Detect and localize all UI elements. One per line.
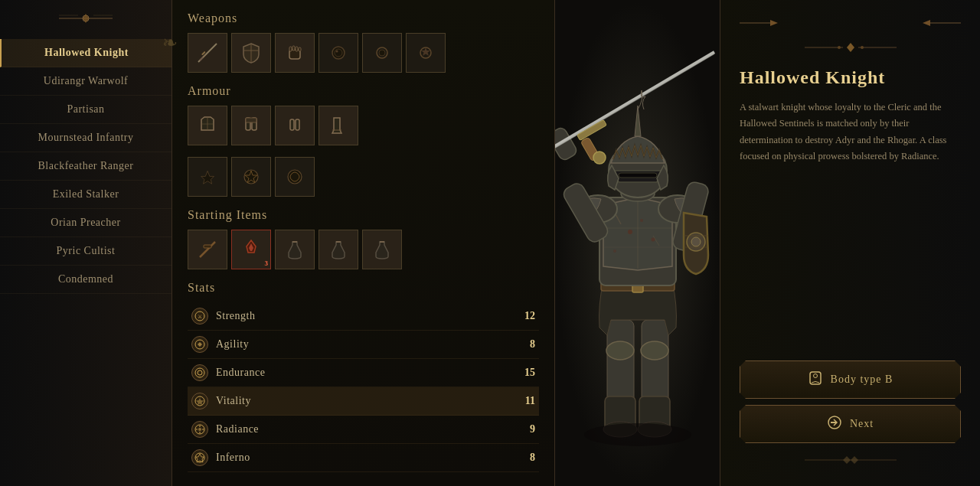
sidebar-top-ornament — [55, 8, 116, 33]
strength-icon: ⚔ — [191, 308, 208, 325]
svg-rect-13 — [292, 46, 295, 51]
armour-slot-boots[interactable] — [318, 106, 358, 145]
agility-label: Agility — [216, 338, 516, 351]
stats-title: Stats — [188, 281, 539, 295]
stat-row-radiance[interactable]: Radiance 9 — [188, 416, 539, 444]
weapon-slot-3[interactable] — [275, 33, 315, 73]
svg-point-88 — [628, 230, 632, 234]
sidebar-item-partisan[interactable]: Partisan — [0, 96, 172, 124]
next-icon — [827, 415, 842, 433]
weapon-slot-6[interactable] — [406, 33, 446, 73]
weapon-slot-2[interactable] — [231, 33, 271, 73]
strength-label: Strength — [216, 310, 516, 322]
armour-slot-amulet1[interactable] — [188, 157, 227, 197]
svg-rect-26 — [246, 118, 256, 122]
radiance-label: Radiance — [216, 423, 516, 435]
weapons-grid — [188, 33, 539, 73]
weapon-slot-5[interactable] — [362, 33, 402, 73]
weapon-slot-1[interactable] — [188, 33, 227, 73]
starting-item-flask1[interactable] — [275, 230, 315, 269]
armour-slot-amulet3[interactable] — [275, 157, 315, 197]
svg-point-79 — [593, 152, 606, 164]
class-select-sidebar: Hallowed Knight Udirangr Warwolf Partisa… — [0, 0, 172, 486]
svg-rect-87 — [619, 173, 657, 178]
sidebar-item-condemned[interactable]: Condemned — [0, 266, 172, 294]
character-silhouette — [555, 21, 720, 465]
svg-point-100 — [838, 46, 841, 49]
svg-point-103 — [813, 374, 817, 378]
ember-count: 3 — [265, 259, 269, 267]
radiance-value: 9 — [516, 423, 535, 435]
svg-point-44 — [198, 370, 202, 375]
svg-line-32 — [200, 242, 215, 257]
svg-point-43 — [195, 368, 204, 377]
next-button[interactable]: Next — [740, 405, 961, 443]
sidebar-item-pyric-cultist[interactable]: Pyric Cultist — [0, 237, 172, 266]
right-panel-top-ornament — [740, 15, 961, 31]
svg-point-18 — [336, 51, 338, 53]
class-title: Hallowed Knight — [740, 67, 961, 88]
svg-marker-107 — [843, 456, 858, 464]
weapons-section-title: Weapons — [188, 11, 539, 25]
armour-slot-chest[interactable] — [188, 106, 227, 145]
sidebar-item-orian-preacher[interactable]: Orian Preacher — [0, 209, 172, 237]
starting-items-grid: 3 — [188, 230, 539, 269]
inferno-icon — [191, 449, 208, 466]
endurance-icon — [191, 364, 208, 381]
starting-item-crossbow[interactable] — [188, 230, 227, 269]
sidebar-item-udirangr-warwolf[interactable]: Udirangr Warwolf — [0, 67, 172, 96]
sidebar-item-exiled-stalker[interactable]: Exiled Stalker — [0, 181, 172, 209]
svg-rect-28 — [296, 119, 299, 130]
stat-row-strength[interactable]: ⚔ Strength 12 — [188, 302, 539, 331]
svg-point-20 — [379, 50, 385, 56]
starting-items-title: Starting Items — [188, 208, 539, 222]
armour-slot-gauntlets[interactable] — [275, 106, 315, 145]
svg-marker-94 — [770, 20, 778, 26]
sidebar-item-hallowed-knight[interactable]: Hallowed Knight — [0, 39, 172, 67]
starting-item-ember[interactable]: 3 — [231, 230, 271, 269]
right-bottom-ornament — [740, 452, 961, 471]
stat-row-agility[interactable]: Agility 8 — [188, 331, 539, 359]
armour-section-title: Armour — [188, 84, 539, 98]
starting-item-flask2[interactable] — [318, 230, 358, 269]
svg-point-101 — [861, 46, 864, 49]
svg-point-47 — [198, 428, 201, 431]
stat-row-endurance[interactable]: Endurance 15 — [188, 359, 539, 387]
class-description: A stalwart knight whose loyalty to the C… — [740, 99, 961, 345]
svg-rect-12 — [289, 47, 292, 51]
radiance-icon — [191, 421, 208, 438]
vitality-value: 11 — [516, 395, 535, 407]
svg-marker-96 — [923, 20, 930, 26]
stat-row-inferno[interactable]: Inferno 8 — [188, 444, 539, 472]
body-type-label: Body type B — [831, 373, 893, 386]
svg-point-58 — [641, 341, 668, 360]
body-type-button[interactable]: Body type B — [740, 360, 961, 399]
svg-marker-2 — [83, 14, 89, 23]
sidebar-item-mournstead-infantry[interactable]: Mournstead Infantry — [0, 124, 172, 152]
svg-rect-34 — [204, 245, 211, 248]
sidebar-item-blackfeather-ranger[interactable]: Blackfeather Ranger — [0, 152, 172, 181]
sidebar-right-ornament: ❧ — [162, 32, 178, 54]
inferno-label: Inferno — [216, 452, 516, 464]
armour-slot-amulet2[interactable] — [231, 157, 271, 197]
body-type-icon — [808, 370, 823, 389]
svg-point-82 — [691, 237, 701, 246]
endurance-label: Endurance — [216, 367, 516, 379]
starting-item-flask3[interactable] — [362, 230, 402, 269]
strength-value: 12 — [516, 310, 535, 322]
svg-point-16 — [332, 47, 345, 59]
svg-marker-53 — [196, 454, 204, 462]
svg-rect-27 — [290, 119, 294, 130]
svg-point-91 — [613, 250, 616, 253]
agility-value: 8 — [516, 338, 535, 351]
armour-slot-legs[interactable] — [231, 106, 271, 145]
svg-point-89 — [640, 219, 643, 222]
right-top-ornament — [740, 40, 961, 58]
svg-line-6 — [200, 57, 203, 60]
stat-row-vitality[interactable]: Vitality 11 — [188, 387, 539, 416]
armour-grid-row1 — [188, 106, 539, 145]
action-buttons: Body type B Next — [740, 360, 961, 443]
svg-rect-15 — [299, 47, 301, 51]
vitality-icon — [191, 393, 208, 409]
weapon-slot-4[interactable] — [318, 33, 358, 73]
